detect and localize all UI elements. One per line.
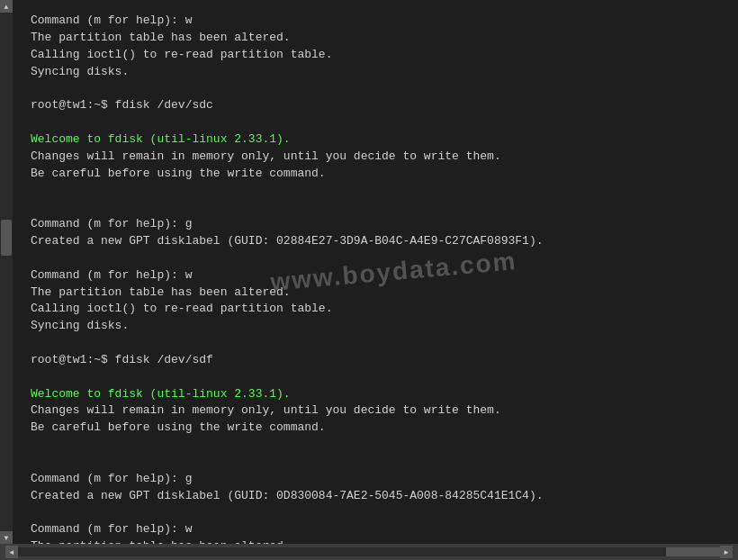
terminal-line	[31, 182, 720, 199]
terminal-line: Calling ioctl() to re-read partition tab…	[31, 47, 720, 64]
terminal-line: Calling ioctl() to re-read partition tab…	[31, 301, 720, 318]
terminal-line: Welcome to fdisk (util-linux 2.33.1).	[31, 386, 720, 403]
scroll-left-arrow[interactable]: ◄	[5, 546, 18, 558]
terminal-line: Command (m for help): g	[31, 216, 720, 233]
scroll-track	[0, 13, 13, 531]
terminal-line	[31, 114, 720, 131]
terminal-line	[31, 250, 720, 267]
scroll-thumb[interactable]	[1, 220, 12, 256]
terminal-output: Command (m for help): wThe partition tab…	[22, 7, 729, 544]
terminal-line: Be careful before using the write comman…	[31, 420, 720, 437]
scroll-right-arrow[interactable]: ►	[720, 546, 733, 558]
terminal-line: Created a new GPT disklabel (GUID: 02884…	[31, 233, 720, 250]
terminal-line: Command (m for help): g	[31, 471, 720, 488]
terminal-line	[31, 504, 720, 521]
terminal-content[interactable]: ▲ ▼ Command (m for help): wThe partition…	[0, 0, 738, 544]
bottom-scrollbar-bar: ◄ ►	[0, 544, 738, 560]
terminal-line: Syncing disks.	[31, 64, 720, 81]
terminal-line: root@tw1:~$ fdisk /dev/sdc	[31, 97, 720, 114]
bottom-scroll-thumb[interactable]	[666, 547, 720, 556]
terminal-line: Created a new GPT disklabel (GUID: 0D830…	[31, 488, 720, 505]
terminal-line: Welcome to fdisk (util-linux 2.33.1).	[31, 131, 720, 149]
terminal-line: Command (m for help): w	[31, 13, 720, 30]
scroll-down-arrow[interactable]: ▼	[0, 531, 13, 544]
left-scrollbar: ▲ ▼	[0, 0, 13, 544]
scroll-up-arrow[interactable]: ▲	[0, 0, 13, 13]
terminal-line	[31, 199, 720, 216]
terminal-line: Command (m for help): w	[31, 267, 720, 285]
terminal-line: Command (m for help): w	[31, 521, 720, 538]
terminal-line	[31, 369, 720, 386]
terminal-line	[31, 454, 720, 471]
terminal-line: Changes will remain in memory only, unti…	[31, 149, 720, 166]
terminal-line: The partition table has been altered.	[31, 30, 720, 47]
terminal-window: ▲ ▼ Command (m for help): wThe partition…	[0, 0, 738, 560]
terminal-line	[31, 335, 720, 352]
terminal-line: root@tw1:~$ fdisk /dev/sdf	[31, 352, 720, 369]
terminal-line: The partition table has been altered.	[31, 285, 720, 302]
terminal-line: Changes will remain in memory only, unti…	[31, 402, 720, 420]
terminal-line	[31, 80, 720, 97]
terminal-line: Syncing disks.	[31, 318, 720, 335]
terminal-line: The partition table has been altered.	[31, 538, 720, 544]
bottom-scroll-track	[18, 547, 720, 556]
terminal-line: Be careful before using the write comman…	[31, 166, 720, 183]
terminal-line	[31, 437, 720, 454]
